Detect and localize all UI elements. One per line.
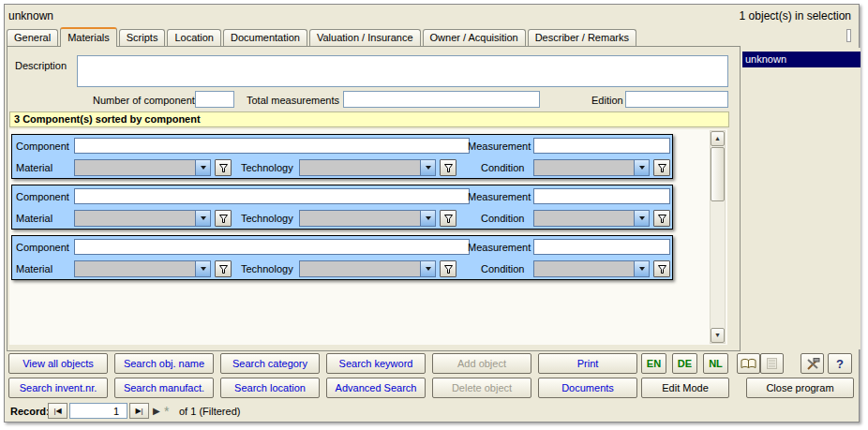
tab-owner-acquisition[interactable]: Owner / Acquisition	[423, 29, 526, 46]
chevron-down-icon[interactable]	[420, 211, 435, 226]
search-manufact-button[interactable]: Search manufact.	[114, 378, 214, 398]
chevron-down-icon[interactable]	[634, 261, 649, 276]
funnel-icon	[657, 264, 667, 274]
record-number-input[interactable]	[69, 403, 127, 419]
funnel-icon	[218, 214, 229, 224]
technology-combobox-value[interactable]	[300, 261, 420, 276]
description-input[interactable]	[77, 55, 728, 87]
material-combobox[interactable]	[74, 260, 211, 277]
tab-documentation[interactable]: Documentation	[223, 29, 307, 46]
measurement-input[interactable]	[533, 239, 670, 255]
lang-de-button[interactable]: DE	[672, 353, 697, 374]
material-lookup-button[interactable]	[215, 159, 232, 176]
material-lookup-button[interactable]	[215, 210, 232, 227]
tools-button[interactable]	[801, 353, 824, 374]
measurement-input[interactable]	[533, 138, 670, 154]
technology-lookup-button[interactable]	[440, 210, 456, 227]
chevron-down-icon[interactable]	[634, 211, 649, 226]
hammer-wrench-icon	[805, 357, 820, 371]
help-button[interactable]: ?	[828, 353, 852, 374]
chevron-down-icon[interactable]	[195, 211, 210, 226]
component-block: Component Measurement Material Technolog…	[11, 134, 673, 179]
search-obj-name-button[interactable]: Search obj. name	[114, 353, 214, 374]
scroll-up-icon[interactable]: ▲	[711, 131, 725, 146]
material-combobox-value[interactable]	[75, 261, 195, 276]
chevron-down-icon[interactable]	[634, 160, 649, 175]
first-record-button[interactable]: |◀	[48, 403, 67, 419]
search-keyword-button[interactable]: Search keyword	[326, 353, 426, 374]
condition-lookup-button[interactable]	[653, 159, 670, 176]
next-record-icon[interactable]: ▶	[153, 406, 160, 416]
chevron-down-icon[interactable]	[195, 160, 210, 175]
lang-nl-button[interactable]: NL	[703, 353, 728, 374]
condition-combobox-value[interactable]	[534, 211, 634, 226]
new-record-icon[interactable]: *	[164, 404, 169, 419]
add-object-button[interactable]: Add object	[432, 353, 531, 374]
condition-combobox[interactable]	[533, 159, 650, 176]
condition-label: Condition	[481, 162, 524, 173]
condition-combobox-value[interactable]	[534, 160, 634, 175]
technology-combobox[interactable]	[299, 210, 436, 227]
condition-lookup-button[interactable]	[653, 210, 670, 227]
book-button[interactable]	[737, 353, 760, 374]
print-button[interactable]: Print	[538, 353, 637, 374]
material-combobox-value[interactable]	[75, 211, 195, 226]
component-input[interactable]	[74, 239, 470, 255]
report-button[interactable]	[760, 353, 784, 374]
condition-combobox[interactable]	[533, 260, 650, 277]
chevron-down-icon[interactable]	[420, 261, 435, 276]
technology-combobox-value[interactable]	[300, 160, 420, 175]
number-of-components-input[interactable]	[195, 91, 234, 108]
chevron-down-icon[interactable]	[420, 160, 435, 175]
funnel-icon	[443, 214, 454, 224]
tab-scripts[interactable]: Scripts	[119, 29, 166, 46]
funnel-icon	[657, 214, 667, 224]
result-list: unknown	[742, 48, 861, 349]
material-lookup-button[interactable]	[215, 260, 232, 277]
condition-lookup-button[interactable]	[653, 260, 670, 277]
last-record-button[interactable]: ▶|	[129, 403, 149, 419]
tab-materials[interactable]: Materials	[60, 27, 117, 47]
documents-button[interactable]: Documents	[538, 378, 637, 398]
tab-describer-remarks[interactable]: Describer / Remarks	[528, 29, 636, 46]
selection-status: 1 object(s) in selection	[740, 9, 851, 22]
tab-valuation-insurance[interactable]: Valuation / Insurance	[309, 29, 421, 46]
component-input[interactable]	[74, 188, 470, 204]
funnel-icon	[218, 264, 229, 274]
material-combobox[interactable]	[74, 159, 211, 176]
vertical-scrollbar[interactable]: ▲ ▼	[710, 130, 726, 344]
search-category-button[interactable]: Search category	[220, 353, 320, 374]
technology-combobox[interactable]	[299, 260, 436, 277]
edition-input[interactable]	[625, 91, 728, 108]
tab-location[interactable]: Location	[167, 29, 221, 46]
open-book-icon	[741, 358, 756, 370]
scrollbar-thumb[interactable]	[711, 147, 725, 201]
technology-lookup-button[interactable]	[440, 260, 456, 277]
component-label: Component	[16, 242, 69, 253]
component-label: Component	[16, 191, 69, 202]
list-item[interactable]: unknown	[742, 52, 861, 67]
lang-en-button[interactable]: EN	[641, 353, 666, 374]
funnel-icon	[657, 163, 667, 173]
chevron-down-icon[interactable]	[195, 261, 210, 276]
component-input[interactable]	[74, 138, 470, 154]
condition-combobox[interactable]	[533, 210, 650, 227]
edit-mode-button[interactable]: Edit Mode	[641, 378, 729, 398]
delete-object-button[interactable]: Delete object	[432, 378, 531, 398]
material-combobox-value[interactable]	[75, 160, 195, 175]
total-measurements-input[interactable]	[343, 91, 540, 108]
close-program-button[interactable]: Close program	[746, 378, 854, 398]
condition-combobox-value[interactable]	[534, 261, 634, 276]
advanced-search-button[interactable]: Advanced Search	[326, 378, 426, 398]
search-location-button[interactable]: Search location	[220, 378, 320, 398]
tab-general[interactable]: General	[7, 29, 58, 46]
technology-combobox[interactable]	[299, 159, 436, 176]
sidebar-resize-grip[interactable]	[846, 29, 851, 42]
measurement-input[interactable]	[533, 188, 670, 204]
search-invent-nr-button[interactable]: Search invent.nr.	[8, 378, 108, 398]
scroll-down-icon[interactable]: ▼	[711, 328, 725, 343]
technology-lookup-button[interactable]	[440, 159, 456, 176]
technology-combobox-value[interactable]	[300, 211, 420, 226]
view-all-objects-button[interactable]: View all objects	[8, 353, 108, 374]
material-combobox[interactable]	[74, 210, 211, 227]
